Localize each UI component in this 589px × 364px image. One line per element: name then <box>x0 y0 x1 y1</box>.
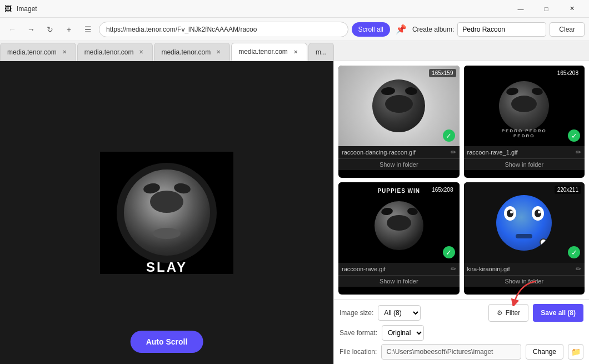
save-format-label: Save format: <box>340 329 377 337</box>
app-title: Imaget <box>17 5 508 13</box>
show-folder-btn-4[interactable]: Show in folder <box>464 275 585 287</box>
change-button[interactable]: Change <box>526 344 563 360</box>
right-panel: 165x159 ✓ raccoon-dancing-raccon.gif ✏ S… <box>333 61 589 364</box>
filter-icon: ⚙ <box>497 309 503 317</box>
pin-button[interactable]: 📌 <box>393 22 409 37</box>
tab-3[interactable]: media.tenor.com ✕ <box>154 43 230 61</box>
main-gif-display: SLAY <box>100 152 233 274</box>
show-folder-btn-1[interactable]: Show in folder <box>338 158 460 170</box>
tab-1[interactable]: media.tenor.com ✕ <box>0 43 76 61</box>
window-controls: — □ ✕ <box>508 0 585 18</box>
toolbar-row-3: File location: Change 📁 <box>340 344 583 360</box>
file-location-input[interactable] <box>381 344 521 360</box>
pedro-text: PEDRO PEDROPEDRO <box>464 128 585 138</box>
edit-icon-3[interactable]: ✏ <box>451 265 456 273</box>
image-size-4: 220x211 <box>555 186 581 194</box>
left-panel: SLAY Auto Scroll <box>0 61 333 364</box>
bottom-toolbar: Image size: All (8) Small Medium Large ⚙… <box>334 299 589 364</box>
check-badge-4: ✓ <box>568 246 580 258</box>
image-name-2: raccoon-rave_1.gif <box>467 149 574 156</box>
tab-4-close[interactable]: ✕ <box>291 47 300 56</box>
tab-3-close[interactable]: ✕ <box>214 48 223 57</box>
image-card-2[interactable]: PEDRO PEDROPEDRO 165x208 ✓ raccoon-rave_… <box>464 66 585 178</box>
show-folder-btn-2[interactable]: Show in folder <box>464 158 585 170</box>
bookmark-button[interactable]: ☰ <box>80 22 96 37</box>
image-info-2: raccoon-rave_1.gif ✏ <box>464 146 585 158</box>
maximize-button[interactable]: □ <box>533 0 559 18</box>
save-format-select[interactable]: Original JPG PNG GIF WEBP <box>382 325 424 341</box>
edit-icon-1[interactable]: ✏ <box>451 148 456 156</box>
image-size-select[interactable]: All (8) Small Medium Large <box>378 305 421 321</box>
image-size-1: 165x159 <box>429 69 456 77</box>
toolbar-row-1: Image size: All (8) Small Medium Large ⚙… <box>340 304 583 322</box>
image-thumb-2: PEDRO PEDROPEDRO 165x208 ✓ <box>464 66 585 146</box>
new-tab-button[interactable]: + <box>61 22 77 37</box>
url-input[interactable] <box>99 22 348 37</box>
filter-label: Filter <box>506 309 521 317</box>
titlebar: 🖼 Imaget — □ ✕ <box>0 0 589 18</box>
back-button[interactable]: ← <box>4 22 20 37</box>
save-all-button[interactable]: Save all (8) <box>533 304 583 322</box>
minimize-button[interactable]: — <box>508 0 533 18</box>
image-info-3: raccoon-rave.gif ✏ <box>338 263 460 275</box>
image-thumb-4: 220x211 ✓ <box>464 182 585 263</box>
images-grid: 165x159 ✓ raccoon-dancing-raccon.gif ✏ S… <box>334 61 589 299</box>
scroll-all-button[interactable]: Scroll all <box>352 22 390 37</box>
image-name-4: kira-kiraoninj.gif <box>467 266 574 272</box>
show-folder-btn-3[interactable]: Show in folder <box>338 275 460 287</box>
check-badge-3: ✓ <box>443 246 455 258</box>
image-info-1: raccoon-dancing-raccon.gif ✏ <box>338 146 460 158</box>
tab-4-label: media.tenor.com <box>238 48 288 56</box>
check-badge-2: ✓ <box>568 129 580 142</box>
tab-3-label: media.tenor.com <box>161 48 211 56</box>
main-gif-text: SLAY <box>146 260 187 275</box>
image-size-3: 165x208 <box>429 186 456 194</box>
refresh-button[interactable]: ↻ <box>42 22 58 37</box>
image-name-1: raccoon-dancing-raccon.gif <box>342 149 448 156</box>
close-button[interactable]: ✕ <box>559 0 585 18</box>
auto-scroll-button[interactable]: Auto Scroll <box>131 331 203 353</box>
tab-1-label: media.tenor.com <box>7 48 57 56</box>
tab-5[interactable]: m... <box>308 43 334 61</box>
folder-button[interactable]: 📁 <box>568 344 583 360</box>
tab-2-close[interactable]: ✕ <box>137 48 146 57</box>
filter-button[interactable]: ⚙ Filter <box>488 304 529 322</box>
clear-button[interactable]: Clear <box>550 22 585 37</box>
album-input[interactable] <box>457 22 546 37</box>
tab-5-label: m... <box>316 48 327 56</box>
image-thumb-3: PUPPIES WIN 165x208 ✓ <box>338 182 460 263</box>
file-location-label: File location: <box>340 348 377 356</box>
check-badge-1: ✓ <box>443 129 455 142</box>
image-name-3: raccoon-rave.gif <box>342 266 448 272</box>
create-album-label: Create album: <box>412 26 454 33</box>
edit-icon-4[interactable]: ✏ <box>576 265 581 273</box>
tab-bar: media.tenor.com ✕ media.tenor.com ✕ medi… <box>0 41 589 61</box>
tab-4[interactable]: media.tenor.com ✕ <box>231 43 307 61</box>
folder-icon: 📁 <box>571 347 581 356</box>
main-area: SLAY Auto Scroll 165x159 ✓ <box>0 61 589 364</box>
image-thumb-1: 165x159 ✓ <box>338 66 460 146</box>
edit-icon-2[interactable]: ✏ <box>576 148 581 156</box>
tab-2[interactable]: media.tenor.com ✕ <box>77 43 153 61</box>
image-card-1[interactable]: 165x159 ✓ raccoon-dancing-raccon.gif ✏ S… <box>338 66 460 178</box>
image-size-2: 165x208 <box>555 69 581 77</box>
app-icon: 🖼 <box>4 4 13 13</box>
toolbar-row-2: Save format: Original JPG PNG GIF WEBP <box>340 325 583 341</box>
tab-2-label: media.tenor.com <box>84 48 134 56</box>
addressbar: ← → ↻ + ☰ Scroll all 📌 Create album: Cle… <box>0 18 589 41</box>
forward-button[interactable]: → <box>23 22 39 37</box>
image-card-4[interactable]: 220x211 ✓ kira-kiraoninj.gif ✏ Show in f… <box>464 182 585 295</box>
tab-1-close[interactable]: ✕ <box>60 48 69 57</box>
image-size-label: Image size: <box>340 309 373 317</box>
image-card-3[interactable]: PUPPIES WIN 165x208 ✓ raccoon-rave.gif ✏… <box>338 182 460 295</box>
image-info-4: kira-kiraoninj.gif ✏ <box>464 263 585 275</box>
